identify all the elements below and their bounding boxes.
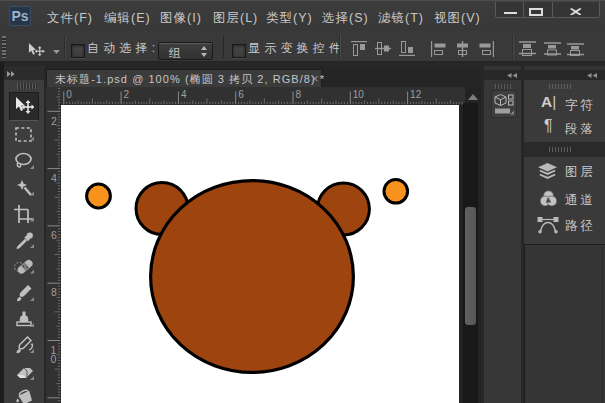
svg-text:8: 8 bbox=[51, 286, 57, 298]
svg-text:0: 0 bbox=[66, 89, 72, 100]
svg-text:2: 2 bbox=[124, 89, 130, 100]
svg-text:2: 2 bbox=[51, 115, 57, 127]
svg-text:0: 0 bbox=[51, 353, 57, 365]
svg-text:4: 4 bbox=[181, 89, 187, 100]
svg-text:6: 6 bbox=[238, 89, 244, 100]
svg-text:4: 4 bbox=[51, 172, 57, 184]
svg-text:10: 10 bbox=[353, 89, 365, 100]
svg-text:12: 12 bbox=[410, 89, 422, 100]
svg-text:6: 6 bbox=[51, 229, 57, 241]
svg-text:8: 8 bbox=[296, 89, 302, 100]
